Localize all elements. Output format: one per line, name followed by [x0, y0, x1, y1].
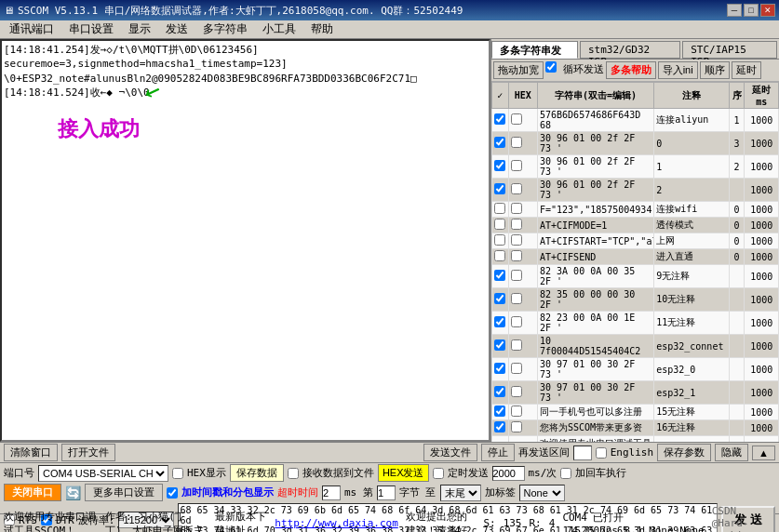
- row-hex-cell[interactable]: [508, 436, 537, 443]
- resend-from-input[interactable]: [573, 446, 592, 460]
- row-hex-cell[interactable]: [508, 312, 537, 335]
- delay-btn[interactable]: 延时: [732, 61, 761, 79]
- drag-widen-btn[interactable]: 拖动加宽: [493, 61, 544, 79]
- menu-tools[interactable]: 小工具: [255, 20, 303, 39]
- terminal-panel[interactable]: [14:18:41.254]发→◇/t\0\MQTT拼\0D\06123456]…: [0, 39, 490, 442]
- tab-multistring[interactable]: 多条字符串发送: [491, 41, 578, 59]
- refresh-icon[interactable]: 🔄: [65, 485, 81, 500]
- row-checkbox[interactable]: [494, 316, 505, 327]
- row-str-cell[interactable]: 您将为SSCOM带来更多资: [538, 420, 654, 436]
- menu-multistring[interactable]: 多字符串: [195, 20, 255, 39]
- row-hex-checkbox[interactable]: [511, 183, 522, 194]
- row-checkbox[interactable]: [494, 293, 505, 304]
- clear-window-btn[interactable]: 清除窗口: [4, 444, 58, 461]
- row-checkbox[interactable]: [494, 250, 505, 261]
- row-check-cell[interactable]: [492, 265, 509, 288]
- row-str-cell[interactable]: AT+CIFSEND: [538, 249, 654, 265]
- row-str-cell[interactable]: 576B6D6574686F643D 68: [538, 109, 654, 132]
- hex-display-checkbox[interactable]: [172, 468, 183, 479]
- row-str-cell[interactable]: 30 96 01 00 2f 2F 73 ': [538, 179, 654, 202]
- row-hex-cell[interactable]: [508, 109, 537, 132]
- row-str-cell[interactable]: 82 35 00 00 00 30 2F ': [538, 288, 654, 312]
- row-check-cell[interactable]: [492, 358, 509, 381]
- row-str-cell[interactable]: 欢迎使用专业串口调试工具SSCOM!1: [538, 436, 654, 443]
- row-hex-cell[interactable]: [508, 249, 537, 265]
- extra-select[interactable]: None: [519, 485, 565, 501]
- row-hex-cell[interactable]: [508, 381, 537, 405]
- close-button[interactable]: ✕: [760, 4, 775, 17]
- row-str-cell[interactable]: 30 97 01 00 30 2F 73 ': [538, 381, 654, 405]
- menu-port-settings[interactable]: 串口设置: [61, 20, 121, 39]
- row-str-cell[interactable]: 30 96 01 00 2f 2F 73 ': [538, 132, 654, 155]
- row-hex-checkbox[interactable]: [511, 270, 522, 281]
- send-file-btn[interactable]: 发送文件: [423, 444, 477, 461]
- stop-btn[interactable]: 停止: [481, 444, 515, 461]
- row-hex-checkbox[interactable]: [511, 339, 522, 351]
- row-str-cell[interactable]: 10 7f00044D51545404C2: [538, 335, 654, 358]
- row-checkbox[interactable]: [494, 234, 505, 246]
- row-check-cell[interactable]: [492, 202, 509, 218]
- row-hex-checkbox[interactable]: [511, 160, 522, 171]
- callback-checkbox[interactable]: [560, 468, 571, 479]
- row-checkbox[interactable]: [494, 339, 505, 351]
- row-hex-checkbox[interactable]: [511, 363, 522, 374]
- overtime-input[interactable]: [322, 485, 341, 500]
- row-hex-checkbox[interactable]: [511, 234, 522, 246]
- row-hex-cell[interactable]: [508, 218, 537, 233]
- row-check-cell[interactable]: [492, 381, 509, 405]
- byte-from-input[interactable]: [377, 485, 396, 500]
- row-check-cell[interactable]: [492, 132, 509, 155]
- row-check-cell[interactable]: [492, 405, 509, 420]
- row-str-cell[interactable]: AT+CIFMODE=1: [538, 218, 654, 233]
- row-hex-checkbox[interactable]: [511, 137, 522, 148]
- hide-btn[interactable]: 隐藏: [715, 444, 748, 461]
- timed-send-input[interactable]: [492, 466, 525, 481]
- row-hex-checkbox[interactable]: [511, 421, 522, 432]
- menu-display[interactable]: 显示: [121, 20, 158, 39]
- row-check-cell[interactable]: [492, 155, 509, 179]
- row-hex-checkbox[interactable]: [511, 406, 522, 417]
- row-hex-checkbox[interactable]: [511, 293, 522, 304]
- expand-btn[interactable]: ▲: [752, 446, 775, 460]
- row-hex-cell[interactable]: [508, 288, 537, 312]
- menu-help[interactable]: 帮助: [303, 20, 341, 39]
- row-checkbox[interactable]: [494, 113, 505, 125]
- row-hex-checkbox[interactable]: [511, 316, 522, 327]
- row-checkbox[interactable]: [494, 137, 505, 148]
- multi-help-btn[interactable]: 多条帮助: [606, 61, 656, 79]
- open-close-port-btn[interactable]: 关闭串口: [4, 484, 61, 501]
- receive-file-checkbox[interactable]: [288, 468, 299, 479]
- row-hex-cell[interactable]: [508, 179, 537, 202]
- tab-stc[interactable]: STC/IAP15 ISP: [682, 41, 777, 59]
- byte-to-select[interactable]: 末尾: [440, 485, 481, 501]
- row-hex-cell[interactable]: [508, 155, 537, 179]
- row-checkbox[interactable]: [494, 386, 505, 397]
- row-hex-cell[interactable]: [508, 132, 537, 155]
- row-checkbox[interactable]: [494, 160, 505, 171]
- import-ini-btn[interactable]: 导入ini: [658, 61, 698, 79]
- row-hex-cell[interactable]: [508, 233, 537, 249]
- hex-send-btn[interactable]: HEX发送: [378, 464, 429, 482]
- row-check-cell[interactable]: [492, 436, 509, 443]
- row-hex-cell[interactable]: [508, 420, 537, 436]
- row-check-cell[interactable]: [492, 249, 509, 265]
- row-check-cell[interactable]: [492, 109, 509, 132]
- english-checkbox[interactable]: [596, 447, 607, 459]
- row-hex-checkbox[interactable]: [511, 203, 522, 214]
- loop-send-check-label[interactable]: 循环发送: [545, 61, 604, 79]
- row-checkbox[interactable]: [494, 421, 505, 432]
- row-checkbox[interactable]: [494, 203, 505, 214]
- row-str-cell[interactable]: 同一手机号也可以多注册: [538, 405, 654, 420]
- row-hex-checkbox[interactable]: [511, 386, 522, 397]
- more-ports-btn[interactable]: 更多串口设置: [85, 484, 163, 501]
- row-checkbox[interactable]: [494, 183, 505, 194]
- row-str-cell[interactable]: AT+CIFSTART="TCP","al: [538, 233, 654, 249]
- port-select[interactable]: COM4 USB-SERIAL CH340: [38, 465, 168, 482]
- row-check-cell[interactable]: [492, 288, 509, 312]
- row-str-cell[interactable]: 30 96 01 00 2f 2F 73 ': [538, 155, 654, 179]
- row-checkbox[interactable]: [494, 270, 505, 281]
- row-check-cell[interactable]: [492, 233, 509, 249]
- row-checkbox[interactable]: [494, 363, 505, 374]
- row-str-cell[interactable]: 82 23 00 0A 00 1E 2F ': [538, 312, 654, 335]
- row-check-cell[interactable]: [492, 312, 509, 335]
